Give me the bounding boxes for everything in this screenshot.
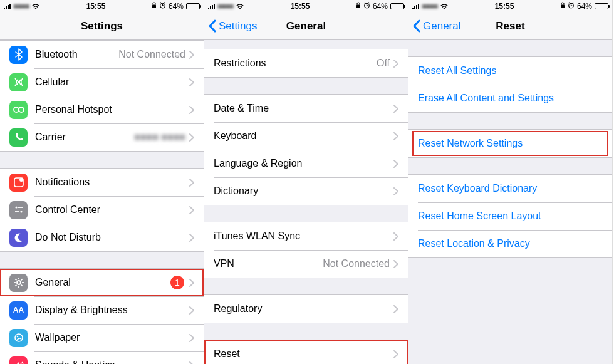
row-label: iTunes WLAN Sync (214, 231, 393, 242)
chevron-right-icon (393, 350, 398, 358)
back-button[interactable]: Settings (208, 19, 257, 33)
row-itunes-wlan[interactable]: iTunes WLAN Sync (204, 222, 408, 250)
battery-pct: 64% (169, 2, 184, 11)
row-label: Reset All Settings (418, 65, 603, 76)
notifications-icon (9, 174, 28, 192)
gear-icon (9, 274, 28, 292)
row-bluetooth[interactable]: Bluetooth Not Connected (0, 41, 204, 68)
row-label: Reset Location & Privacy (418, 238, 603, 249)
row-date-time[interactable]: Date & Time (204, 95, 408, 122)
svg-point-15 (17, 281, 21, 284)
wifi-icon (440, 2, 449, 11)
row-restrictions[interactable]: Restrictions Off (204, 49, 408, 77)
chevron-right-icon (393, 160, 398, 168)
row-regulatory[interactable]: Regulatory (204, 295, 408, 323)
screen-reset: ■■■■ 15:55 64% General Reset Reset All S… (408, 0, 613, 364)
chevron-right-icon (393, 105, 398, 113)
status-bar: ■■■■ 15:55 64% (204, 0, 408, 13)
settings-list[interactable]: Bluetooth Not Connected Cellular Persona… (0, 40, 204, 364)
chevron-right-icon (189, 133, 194, 142)
row-label: General (35, 277, 170, 288)
row-label: Control Center (35, 204, 189, 216)
svg-line-31 (364, 3, 365, 3)
row-wallpaper[interactable]: Wallpaper (0, 324, 204, 351)
reset-list[interactable]: Reset All Settings Erase All Content and… (408, 40, 612, 364)
row-label: Bluetooth (35, 49, 118, 60)
row-display[interactable]: AA Display & Brightness (0, 296, 204, 324)
row-cellular[interactable]: Cellular (0, 68, 204, 96)
row-language[interactable]: Language & Region (204, 150, 408, 177)
row-value: ■■■■ ■■■■ (134, 132, 185, 143)
row-label: Personal Hotspot (35, 104, 189, 115)
row-vpn[interactable]: VPN Not Connected (204, 250, 408, 278)
row-hotspot[interactable]: Personal Hotspot (0, 96, 204, 123)
row-reset-all[interactable]: Reset All Settings (408, 57, 612, 85)
row-label: Dictionary (214, 185, 393, 197)
row-value: Not Connected (323, 258, 390, 269)
row-erase-all[interactable]: Erase All Content and Settings (408, 85, 612, 112)
general-list[interactable]: Restrictions Off Date & Time Keyboard La… (204, 40, 408, 364)
screen-general: ■■■■ 15:55 64% Settings General Restrict… (204, 0, 408, 364)
svg-line-38 (573, 3, 574, 3)
alarm-icon (568, 2, 575, 11)
back-button[interactable]: General (412, 19, 460, 33)
battery-icon (186, 3, 200, 9)
page-title: Settings (81, 20, 123, 33)
carrier-name: ■■■■ (422, 2, 437, 11)
lock-icon (356, 2, 361, 11)
row-reset[interactable]: Reset (204, 340, 408, 364)
row-carrier[interactable]: Carrier ■■■■ ■■■■ (0, 123, 204, 151)
lock-icon (152, 2, 157, 11)
row-reset-location[interactable]: Reset Location & Privacy (408, 230, 612, 257)
row-general[interactable]: General 1 (0, 269, 204, 296)
svg-point-6 (18, 81, 19, 83)
alarm-icon (363, 2, 370, 11)
chevron-right-icon (393, 132, 398, 140)
chevron-right-icon (393, 260, 398, 268)
svg-point-25 (16, 336, 18, 338)
sounds-icon (9, 356, 28, 365)
row-dnd[interactable]: Do Not Disturb (0, 224, 204, 251)
row-sounds[interactable]: Sounds & Haptics (0, 351, 204, 364)
row-label: Notifications (35, 177, 189, 188)
status-time: 15:55 (86, 2, 106, 11)
svg-point-7 (14, 107, 19, 112)
svg-rect-27 (356, 5, 360, 9)
svg-point-8 (19, 107, 24, 112)
cellular-icon (9, 73, 28, 91)
chevron-right-icon (189, 106, 194, 114)
row-label: Date & Time (214, 103, 393, 114)
svg-line-32 (368, 3, 370, 3)
svg-point-10 (19, 178, 23, 182)
nav-bar: Settings General (204, 13, 408, 40)
row-label: Keyboard (214, 130, 393, 142)
row-label: Language & Region (214, 158, 393, 169)
chevron-right-icon (189, 306, 194, 315)
row-label: Reset Network Settings (418, 138, 603, 149)
row-label: Do Not Disturb (35, 232, 189, 243)
chevron-right-icon (189, 78, 194, 86)
row-reset-keyboard[interactable]: Reset Keyboard Dictionary (408, 175, 612, 202)
control-center-icon (9, 201, 28, 219)
status-time: 15:55 (291, 2, 310, 11)
badge: 1 (170, 276, 184, 289)
hotspot-icon (9, 101, 28, 119)
row-control-center[interactable]: Control Center (0, 196, 204, 224)
svg-line-20 (15, 279, 16, 280)
svg-line-5 (164, 3, 165, 3)
row-label: VPN (214, 258, 323, 269)
row-dictionary[interactable]: Dictionary (204, 177, 408, 205)
phone-icon (9, 128, 28, 147)
back-label: Settings (219, 20, 257, 33)
row-notifications[interactable]: Notifications (0, 169, 204, 196)
svg-line-21 (21, 285, 22, 286)
row-reset-network[interactable]: Reset Network Settings (408, 130, 612, 157)
svg-line-37 (568, 3, 570, 3)
carrier-name: ■■■■ (217, 2, 233, 11)
row-reset-home[interactable]: Reset Home Screen Layout (408, 202, 612, 230)
row-keyboard[interactable]: Keyboard (204, 122, 408, 150)
row-label: Carrier (35, 132, 134, 143)
row-value: Off (377, 58, 390, 69)
row-label: Display & Brightness (35, 304, 189, 316)
chevron-right-icon (393, 305, 398, 313)
